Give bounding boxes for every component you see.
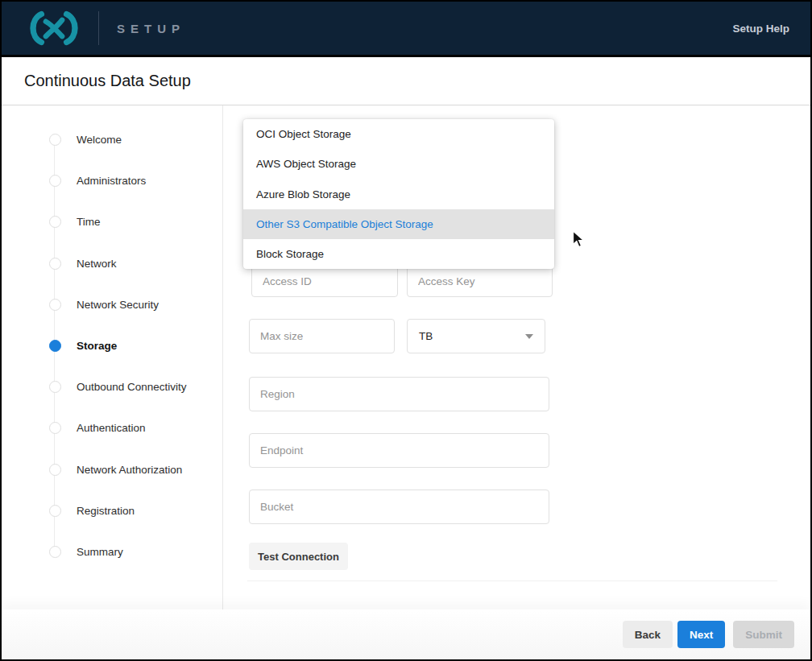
delphix-logo-icon (23, 10, 85, 47)
step-circle-icon (49, 340, 61, 352)
step-circle-icon (49, 505, 61, 517)
size-unit-select[interactable]: TB (407, 319, 545, 353)
wizard-stepper: Welcome Administrators Time Network Netw… (49, 119, 222, 572)
endpoint-input[interactable] (249, 433, 549, 468)
step-label: Summary (77, 546, 123, 558)
step-label: Registration (77, 505, 135, 517)
step-label: Authentication (77, 422, 146, 434)
dropdown-option-label: Azure Blob Storage (256, 188, 350, 200)
setup-help-link[interactable]: Setup Help (732, 23, 789, 35)
access-key-input[interactable] (407, 266, 553, 297)
step-circle-icon (49, 546, 61, 558)
header-divider (98, 11, 99, 45)
dropdown-option-label: AWS Object Storage (256, 158, 356, 170)
size-unit-value: TB (419, 330, 433, 342)
wizard-footer: Back Next Submit (2, 609, 810, 659)
stepper-item[interactable]: Storage (49, 325, 222, 366)
dropdown-option[interactable]: AWS Object Storage (243, 149, 554, 179)
sidebar-divider (222, 105, 223, 611)
dropdown-option[interactable]: Block Storage (243, 239, 554, 269)
dropdown-option[interactable]: Azure Blob Storage (243, 179, 554, 209)
step-circle-icon (49, 134, 61, 146)
next-button[interactable]: Next (677, 621, 725, 648)
setup-wizard-window: SETUP Setup Help Continuous Data Setup W… (0, 0, 812, 661)
step-circle-icon (49, 422, 61, 434)
section-divider (247, 580, 777, 581)
test-connection-button[interactable]: Test Connection (249, 543, 348, 570)
brand-label: SETUP (117, 22, 185, 35)
dropdown-option-label: OCI Object Storage (256, 128, 351, 140)
step-label: Network Authorization (77, 464, 182, 476)
title-bar: Continuous Data Setup (2, 57, 810, 105)
step-circle-icon (49, 381, 61, 393)
step-circle-icon (49, 216, 61, 228)
step-label: Administrators (77, 175, 146, 187)
storage-type-dropdown-menu: OCI Object Storage AWS Object Storage Az… (243, 119, 554, 269)
page-title: Continuous Data Setup (24, 72, 191, 90)
stepper-item[interactable]: Registration (49, 490, 222, 531)
step-label: Network Security (77, 299, 159, 311)
stepper-item[interactable]: Network (49, 243, 222, 284)
step-label: Storage (77, 340, 117, 352)
region-input[interactable] (249, 377, 549, 411)
stepper-item[interactable]: Network Authorization (49, 449, 222, 490)
step-circle-icon (49, 175, 61, 187)
step-circle-icon (49, 299, 61, 311)
step-label: Outbound Connectivity (77, 381, 187, 393)
stepper-item[interactable]: Network Security (49, 284, 222, 325)
back-button[interactable]: Back (623, 621, 673, 648)
stepper-item[interactable]: Administrators (49, 160, 222, 201)
stepper-item[interactable]: Summary (49, 531, 222, 572)
bucket-input[interactable] (249, 490, 549, 524)
max-size-input[interactable] (249, 319, 395, 353)
step-circle-icon (49, 258, 61, 270)
step-label: Welcome (77, 134, 122, 146)
app-header: SETUP Setup Help (2, 2, 810, 57)
submit-button[interactable]: Submit (733, 621, 794, 648)
dropdown-option[interactable]: OCI Object Storage (243, 119, 554, 149)
access-id-input[interactable] (251, 266, 398, 297)
step-label: Network (77, 258, 117, 270)
dropdown-option-label: Block Storage (256, 248, 324, 260)
stepper-item[interactable]: Welcome (49, 119, 222, 160)
stepper-item[interactable]: Outbound Connectivity (49, 366, 222, 407)
stepper-item[interactable]: Time (49, 201, 222, 242)
stepper-item[interactable]: Authentication (49, 407, 222, 448)
dropdown-option[interactable]: Other S3 Compatible Object Storage (243, 209, 554, 239)
chevron-down-icon (525, 334, 533, 339)
mouse-cursor-icon (572, 230, 586, 252)
step-label: Time (77, 216, 101, 228)
dropdown-option-label: Other S3 Compatible Object Storage (256, 218, 433, 230)
step-circle-icon (49, 464, 61, 476)
